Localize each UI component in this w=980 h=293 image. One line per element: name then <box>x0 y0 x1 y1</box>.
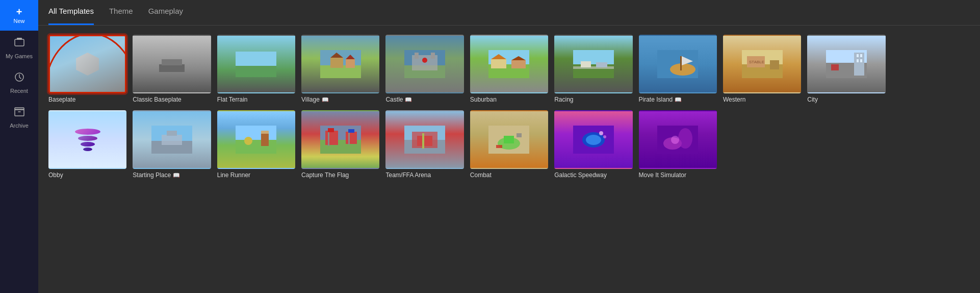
pirate-book-icon: 📖 <box>675 96 682 103</box>
template-card-baseplate[interactable]: Baseplate <box>48 35 126 103</box>
template-card-line-runner[interactable]: Line Runner <box>217 110 295 179</box>
template-label-galactic: Galactic Speedway <box>554 172 607 179</box>
svg-text:STABLE: STABLE <box>749 60 764 64</box>
template-label-pirate: Pirate Island 📖 <box>639 96 682 103</box>
sidebar: + New My Games Recent Archive <box>0 0 38 293</box>
castle-name: Castle <box>385 96 403 103</box>
tab-gameplay[interactable]: Gameplay <box>148 0 183 25</box>
template-card-starting-place[interactable]: Starting Place 📖 <box>133 110 211 179</box>
template-card-suburban[interactable]: Suburban <box>470 35 548 103</box>
sidebar-item-archive[interactable]: Archive <box>0 100 38 135</box>
template-label-starting: Starting Place 📖 <box>133 172 180 179</box>
svg-rect-63 <box>325 131 338 145</box>
template-thumb-castle <box>385 35 463 93</box>
svg-rect-73 <box>422 133 424 149</box>
template-thumb-teamffa <box>385 110 463 169</box>
archive-icon <box>14 106 25 120</box>
svg-rect-3 <box>15 109 24 116</box>
baseplate-name: Baseplate <box>48 96 75 103</box>
tab-all-templates-label: All Templates <box>48 7 94 15</box>
template-card-galactic-speedway[interactable]: Galactic Speedway <box>554 110 632 179</box>
template-card-move-it-simulator[interactable]: Move It Simulator <box>639 110 717 179</box>
svg-rect-26 <box>491 59 506 68</box>
svg-rect-54 <box>162 135 182 145</box>
svg-rect-21 <box>415 53 419 59</box>
svg-rect-50 <box>860 59 862 62</box>
svg-rect-48 <box>860 54 862 57</box>
template-label-moveit: Move It Simulator <box>639 172 686 179</box>
template-card-village[interactable]: Village 📖 <box>301 35 379 103</box>
template-card-western[interactable]: STABLE Western <box>723 35 801 103</box>
template-card-capture-the-flag[interactable]: Capture The Flag <box>301 110 379 179</box>
template-label-ctf: Capture The Flag <box>301 172 349 179</box>
svg-rect-55 <box>167 131 177 136</box>
sidebar-item-archive-label: Archive <box>10 123 29 129</box>
tab-theme[interactable]: Theme <box>109 0 133 25</box>
svg-rect-37 <box>680 56 682 70</box>
template-label-linerunner: Line Runner <box>217 172 250 179</box>
svg-rect-10 <box>236 66 276 77</box>
template-card-racing[interactable]: Racing <box>554 35 632 103</box>
template-label-castle: Castle 📖 <box>385 96 412 103</box>
racing-name: Racing <box>554 96 573 103</box>
sidebar-item-recent[interactable]: Recent <box>0 65 38 100</box>
sidebar-item-recent-label: Recent <box>10 88 28 94</box>
new-button[interactable]: + New <box>0 0 38 31</box>
template-thumb-western: STABLE <box>723 35 801 93</box>
svg-rect-1 <box>17 38 22 40</box>
template-card-castle[interactable]: Castle 📖 <box>385 35 463 103</box>
template-card-classic-baseplate[interactable]: Classic Baseplate <box>133 35 211 103</box>
template-grid: Baseplate Classic Baseplate <box>48 35 970 179</box>
svg-rect-14 <box>330 58 343 68</box>
svg-point-88 <box>671 136 679 144</box>
tabs-bar: All Templates Theme Gameplay <box>38 0 980 26</box>
svg-point-83 <box>603 135 606 138</box>
classic-name: Classic Baseplate <box>133 96 181 103</box>
svg-point-58 <box>244 137 252 145</box>
svg-rect-66 <box>346 132 357 144</box>
tab-all-templates[interactable]: All Templates <box>48 0 94 25</box>
svg-rect-56 <box>236 126 276 140</box>
combat-name: Combat <box>470 172 492 179</box>
template-card-pirate-island[interactable]: Pirate Island 📖 <box>639 35 717 103</box>
svg-rect-0 <box>15 39 24 46</box>
sidebar-item-my-games[interactable]: My Games <box>0 31 38 65</box>
template-label-combat: Combat <box>470 172 492 179</box>
svg-rect-11 <box>236 52 276 66</box>
tab-gameplay-label: Gameplay <box>148 7 183 15</box>
svg-rect-28 <box>511 60 526 68</box>
ctf-name: Capture The Flag <box>301 172 349 179</box>
recent-icon <box>14 71 25 85</box>
western-name: Western <box>723 96 745 103</box>
template-card-combat[interactable]: Combat <box>470 110 548 179</box>
template-thumb-ctf <box>301 110 379 169</box>
template-card-city[interactable]: City <box>807 35 885 103</box>
template-thumb-obby <box>48 110 126 169</box>
template-card-flat-terrain[interactable]: Flat Terrain <box>217 35 295 103</box>
svg-rect-46 <box>854 53 864 76</box>
svg-rect-43 <box>770 60 779 69</box>
template-thumb-moveit <box>639 110 717 169</box>
village-book-icon: 📖 <box>322 96 329 103</box>
starting-book-icon: 📖 <box>173 172 180 179</box>
template-card-team-ffa[interactable]: Team/FFA Arena <box>385 110 463 179</box>
svg-rect-30 <box>573 50 614 64</box>
template-label-western: Western <box>723 96 745 103</box>
svg-rect-49 <box>857 59 859 62</box>
template-label-baseplate: Baseplate <box>48 96 75 103</box>
template-card-obby[interactable]: Obby <box>48 110 126 179</box>
template-label-racing: Racing <box>554 96 573 103</box>
template-thumb-pirate <box>639 35 717 93</box>
svg-rect-34 <box>596 62 607 67</box>
svg-rect-68 <box>348 129 354 133</box>
svg-rect-16 <box>346 59 355 68</box>
moveit-name: Move It Simulator <box>639 172 686 179</box>
template-label-city: City <box>807 96 818 103</box>
svg-rect-47 <box>857 54 859 57</box>
svg-point-23 <box>422 58 427 63</box>
new-label: New <box>13 18 24 24</box>
template-thumb-combat <box>470 110 548 169</box>
svg-rect-8 <box>159 64 185 72</box>
teamffa-name: Team/FFA Arena <box>385 172 431 179</box>
template-thumb-suburban <box>470 35 548 93</box>
